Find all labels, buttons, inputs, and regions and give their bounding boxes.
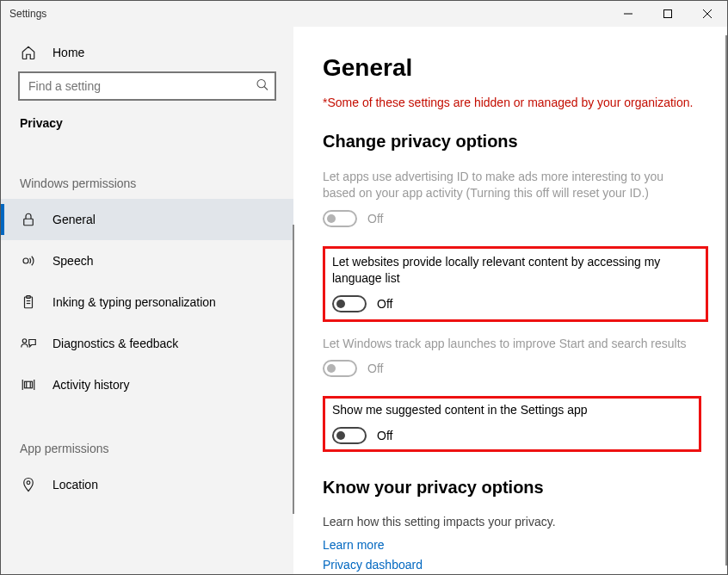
- link-privacy-dashboard[interactable]: Privacy dashboard: [323, 555, 708, 574]
- toggle-state: Off: [367, 212, 383, 226]
- page-title: General: [323, 54, 708, 82]
- maximize-button[interactable]: [648, 1, 688, 27]
- toggle-language-list[interactable]: [332, 295, 367, 312]
- sidebar-item-general[interactable]: General: [1, 199, 293, 240]
- clipboard-icon: [20, 294, 37, 311]
- sidebar: Home Privacy Windows permissions General: [1, 27, 293, 574]
- search-input[interactable]: [18, 71, 276, 101]
- option-label: Let websites provide locally relevant co…: [332, 254, 699, 287]
- search-container: [18, 71, 276, 101]
- managed-warning: *Some of these settings are hidden or ma…: [323, 96, 708, 109]
- app-title: Settings: [1, 1, 46, 27]
- option-language-list: Let websites provide locally relevant co…: [332, 254, 699, 312]
- link-learn-more[interactable]: Learn more: [323, 535, 708, 554]
- minimize-button[interactable]: [608, 1, 648, 27]
- know-privacy-desc: Learn how this setting impacts your priv…: [323, 515, 708, 529]
- know-privacy-block: Learn how this setting impacts your priv…: [323, 515, 708, 574]
- content-area: Home Privacy Windows permissions General: [1, 27, 727, 574]
- sidebar-item-label: Diagnostics & feedback: [52, 337, 178, 350]
- toggle-state: Off: [367, 362, 383, 375]
- app-permissions-heading: App permissions: [1, 436, 293, 464]
- toggle-suggested-content[interactable]: [332, 427, 367, 444]
- main-scrollbar[interactable]: [725, 35, 727, 566]
- location-icon: [20, 476, 37, 493]
- sidebar-item-label: General: [52, 213, 96, 226]
- sidebar-item-label: Location: [52, 478, 98, 492]
- sidebar-item-diagnostics[interactable]: Diagnostics & feedback: [1, 323, 293, 364]
- home-icon: [20, 44, 37, 61]
- svg-point-7: [23, 258, 28, 263]
- sidebar-item-speech[interactable]: Speech: [1, 240, 293, 281]
- sidebar-item-location[interactable]: Location: [1, 464, 293, 505]
- toggle-state: Off: [377, 297, 392, 311]
- close-button[interactable]: [688, 1, 727, 27]
- settings-window: Settings Home: [0, 0, 728, 575]
- sidebar-item-label: Inking & typing personalization: [52, 295, 216, 309]
- lock-icon: [20, 211, 37, 228]
- option-label: Let Windows track app launches to improv…: [323, 336, 693, 352]
- svg-point-12: [22, 339, 27, 343]
- speech-icon: [20, 252, 37, 269]
- highlight-language-list: Let websites provide locally relevant co…: [323, 246, 708, 322]
- windows-permissions-heading: Windows permissions: [1, 171, 293, 199]
- option-track-launches: Let Windows track app launches to improv…: [323, 336, 708, 378]
- toggle-state: Off: [377, 429, 392, 442]
- toggle-advertising-id: [323, 210, 357, 227]
- sidebar-item-home[interactable]: Home: [1, 37, 293, 71]
- sidebar-item-inking[interactable]: Inking & typing personalization: [1, 281, 293, 323]
- highlight-suggested-content: Show me suggested content in the Setting…: [323, 396, 701, 452]
- sidebar-item-activity[interactable]: Activity history: [1, 364, 293, 405]
- option-label: Show me suggested content in the Setting…: [332, 402, 692, 418]
- svg-rect-1: [664, 10, 672, 18]
- history-icon: [20, 376, 37, 393]
- option-advertising-id: Let apps use advertising ID to make ads …: [323, 169, 708, 227]
- svg-rect-15: [25, 381, 33, 388]
- section-know-privacy: Know your privacy options: [323, 478, 708, 498]
- section-change-privacy: Change privacy options: [323, 132, 708, 151]
- home-label: Home: [52, 46, 84, 59]
- option-label: Let apps use advertising ID to make ads …: [323, 169, 693, 201]
- svg-line-5: [264, 87, 268, 90]
- sidebar-item-label: Activity history: [52, 378, 129, 392]
- main-panel: General *Some of these settings are hidd…: [293, 27, 727, 574]
- window-controls: [608, 1, 727, 27]
- svg-point-4: [257, 80, 265, 88]
- feedback-icon: [20, 335, 37, 352]
- titlebar: Settings: [1, 1, 727, 27]
- privacy-heading: Privacy: [1, 116, 293, 140]
- search-icon: [256, 78, 269, 95]
- sidebar-item-label: Speech: [52, 254, 93, 268]
- svg-rect-6: [24, 219, 34, 226]
- toggle-track-launches: [323, 360, 357, 377]
- svg-point-18: [27, 481, 30, 485]
- option-suggested-content: Show me suggested content in the Setting…: [332, 402, 692, 444]
